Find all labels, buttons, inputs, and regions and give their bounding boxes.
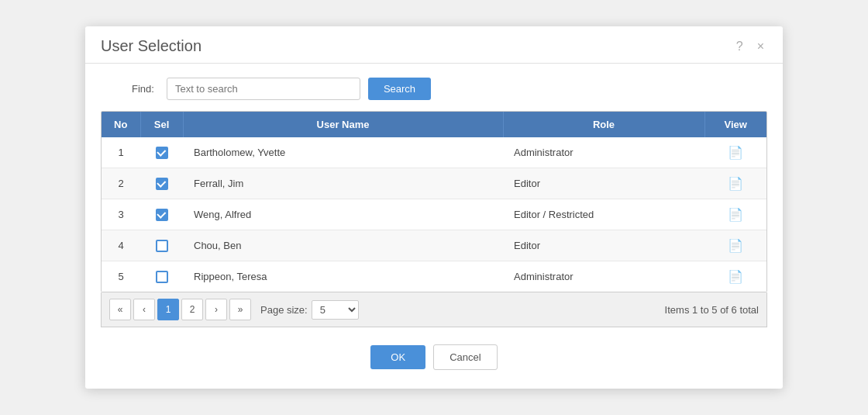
page-size-select[interactable]: 5 10 25 50: [312, 300, 359, 320]
row-checkbox[interactable]: [156, 147, 168, 159]
row-number: 5: [102, 261, 140, 292]
row-view-cell: 📄: [704, 168, 766, 199]
items-info: Items 1 to 5 of 6 total: [665, 304, 759, 316]
view-icon-button[interactable]: 📄: [728, 208, 743, 221]
col-no: No: [102, 112, 140, 137]
user-selection-dialog: User Selection ? × Find: Search No Sel U…: [85, 26, 783, 389]
dialog-footer: OK Cancel: [85, 344, 783, 370]
row-checkbox-cell: [140, 261, 183, 292]
table-row: 2Ferrall, JimEditor📄: [102, 168, 766, 199]
col-username: User Name: [183, 112, 503, 137]
row-checkbox[interactable]: [156, 271, 168, 283]
pagination-bar: « ‹ 1 2 › » Page size: 5 10 25 50 Items …: [101, 292, 767, 327]
view-icon-button[interactable]: 📄: [728, 146, 743, 159]
cancel-button[interactable]: Cancel: [433, 344, 497, 370]
col-view: View: [704, 112, 766, 137]
close-button[interactable]: ×: [754, 39, 767, 54]
search-bar: Find: Search: [85, 64, 783, 111]
row-view-cell: 📄: [704, 137, 766, 168]
row-view-cell: 📄: [704, 199, 766, 230]
page-buttons: « ‹ 1 2 › »: [109, 299, 251, 320]
ok-button[interactable]: OK: [370, 345, 425, 369]
col-sel: Sel: [140, 112, 183, 137]
row-checkbox[interactable]: [156, 178, 168, 190]
table-row: 4Chou, BenEditor📄: [102, 230, 766, 261]
table-row: 3Weng, AlfredEditor / Restricted📄: [102, 199, 766, 230]
header-icons: ? ×: [733, 39, 767, 54]
view-icon-button[interactable]: 📄: [728, 270, 743, 283]
view-icon-button[interactable]: 📄: [728, 239, 743, 252]
search-button[interactable]: Search: [368, 78, 431, 100]
row-role: Administrator: [503, 137, 704, 168]
view-icon-button[interactable]: 📄: [728, 177, 743, 190]
dialog-header: User Selection ? ×: [85, 26, 783, 64]
row-number: 2: [102, 168, 140, 199]
last-page-button[interactable]: »: [229, 299, 251, 320]
row-username: Ferrall, Jim: [183, 168, 503, 199]
row-checkbox[interactable]: [156, 240, 168, 252]
row-number: 4: [102, 230, 140, 261]
row-username: Rippeon, Teresa: [183, 261, 503, 292]
table-row: 1Bartholomew, YvetteAdministrator📄: [102, 137, 766, 168]
pagination-controls: « ‹ 1 2 › » Page size: 5 10 25 50: [109, 299, 359, 320]
row-username: Chou, Ben: [183, 230, 503, 261]
row-number: 1: [102, 137, 140, 168]
row-role: Editor: [503, 230, 704, 261]
prev-page-button[interactable]: ‹: [133, 299, 155, 320]
row-checkbox-cell: [140, 230, 183, 261]
row-username: Weng, Alfred: [183, 199, 503, 230]
row-checkbox-cell: [140, 168, 183, 199]
table-row: 5Rippeon, TeresaAdministrator📄: [102, 261, 766, 292]
row-view-cell: 📄: [704, 261, 766, 292]
col-role: Role: [503, 112, 704, 137]
search-input[interactable]: [167, 78, 360, 100]
table-body: 1Bartholomew, YvetteAdministrator📄2Ferra…: [102, 137, 766, 292]
row-checkbox[interactable]: [156, 209, 168, 221]
page-1-button[interactable]: 1: [157, 299, 179, 320]
row-role: Administrator: [503, 261, 704, 292]
dialog-title: User Selection: [101, 37, 202, 55]
user-table: No Sel User Name Role View 1Bartholomew,…: [102, 112, 766, 292]
search-label: Find:: [132, 83, 154, 95]
table-header-row: No Sel User Name Role View: [102, 112, 766, 137]
page-size-label: Page size:: [260, 304, 308, 316]
row-view-cell: 📄: [704, 230, 766, 261]
row-username: Bartholomew, Yvette: [183, 137, 503, 168]
user-table-wrapper: No Sel User Name Role View 1Bartholomew,…: [101, 111, 767, 292]
row-role: Editor / Restricted: [503, 199, 704, 230]
first-page-button[interactable]: «: [109, 299, 131, 320]
row-role: Editor: [503, 168, 704, 199]
help-button[interactable]: ?: [733, 39, 746, 54]
row-checkbox-cell: [140, 199, 183, 230]
row-number: 3: [102, 199, 140, 230]
row-checkbox-cell: [140, 137, 183, 168]
page-2-button[interactable]: 2: [181, 299, 203, 320]
next-page-button[interactable]: ›: [205, 299, 227, 320]
